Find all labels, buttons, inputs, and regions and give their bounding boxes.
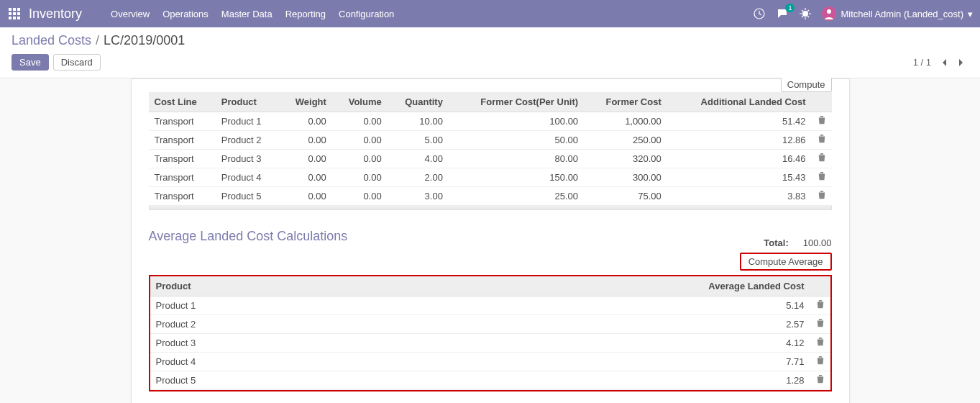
cell-product[interactable]: Product 4 xyxy=(216,168,280,187)
trash-icon[interactable] xyxy=(812,112,832,131)
cell-cost-line[interactable]: Transport xyxy=(149,150,216,168)
cell-avg[interactable]: 1.28 xyxy=(373,371,810,390)
cell-cost-line[interactable]: Transport xyxy=(149,187,216,206)
cell-quantity[interactable]: 3.00 xyxy=(388,187,449,206)
cell-product[interactable]: Product 2 xyxy=(150,315,373,334)
cell-volume[interactable]: 0.00 xyxy=(332,187,388,206)
col-delete xyxy=(812,92,832,112)
cell-weight[interactable]: 0.00 xyxy=(280,150,332,168)
cell-quantity[interactable]: 2.00 xyxy=(388,168,449,187)
nav-right: 1 Mitchell Admin (Landed_cost) ▾ xyxy=(753,6,973,21)
cell-former-cost[interactable]: 320.00 xyxy=(584,150,667,168)
cell-avg[interactable]: 4.12 xyxy=(373,334,810,353)
table-row[interactable]: Product 34.12 xyxy=(150,334,830,353)
cell-former-cost[interactable]: 75.00 xyxy=(584,187,667,206)
table-row[interactable]: TransportProduct 50.000.003.0025.0075.00… xyxy=(149,187,832,206)
col-additional: Additional Landed Cost xyxy=(667,92,812,112)
cell-product[interactable]: Product 1 xyxy=(216,112,280,131)
cell-former-cost-unit[interactable]: 50.00 xyxy=(449,131,584,150)
table-row[interactable]: Product 47.71 xyxy=(150,353,830,371)
cell-former-cost[interactable]: 250.00 xyxy=(584,131,667,150)
trash-icon[interactable] xyxy=(810,296,830,315)
discard-button[interactable]: Discard xyxy=(53,54,101,71)
cell-weight[interactable]: 0.00 xyxy=(280,131,332,150)
cell-product[interactable]: Product 5 xyxy=(150,371,373,390)
cell-former-cost-unit[interactable]: 100.00 xyxy=(449,112,584,131)
trash-icon[interactable] xyxy=(812,131,832,150)
table-row[interactable]: Product 15.14 xyxy=(150,296,830,315)
discuss-icon[interactable]: 1 xyxy=(776,7,789,20)
pager: 1 / 1 xyxy=(913,55,968,71)
table-row[interactable]: TransportProduct 20.000.005.0050.00250.0… xyxy=(149,131,832,150)
compute-average-button[interactable]: Compute Average xyxy=(740,253,832,271)
cell-former-cost-unit[interactable]: 80.00 xyxy=(449,150,584,168)
breadcrumb-current: LC/2019/0001 xyxy=(104,33,185,48)
cell-quantity[interactable]: 10.00 xyxy=(388,112,449,131)
nav-item-overview[interactable]: Overview xyxy=(111,9,150,19)
section-title: Average Landed Cost Calculations xyxy=(149,229,348,244)
cell-volume[interactable]: 0.00 xyxy=(332,168,388,187)
cell-additional[interactable]: 51.42 xyxy=(667,112,812,131)
nav-item-master-data[interactable]: Master Data xyxy=(221,9,273,19)
cell-additional[interactable]: 12.86 xyxy=(667,131,812,150)
trash-icon[interactable] xyxy=(810,315,830,334)
table-row[interactable]: TransportProduct 30.000.004.0080.00320.0… xyxy=(149,150,832,168)
cell-weight[interactable]: 0.00 xyxy=(280,187,332,206)
cell-additional[interactable]: 3.83 xyxy=(667,187,812,206)
cell-avg[interactable]: 5.14 xyxy=(373,296,810,315)
cell-avg[interactable]: 7.71 xyxy=(373,353,810,371)
nav-item-reporting[interactable]: Reporting xyxy=(285,9,326,19)
table-row[interactable]: TransportProduct 40.000.002.00150.00300.… xyxy=(149,168,832,187)
trash-icon[interactable] xyxy=(810,334,830,353)
save-button[interactable]: Save xyxy=(12,54,49,71)
activity-icon[interactable] xyxy=(753,7,766,20)
cell-former-cost-unit[interactable]: 25.00 xyxy=(449,187,584,206)
col-former-cost-unit: Former Cost(Per Unit) xyxy=(449,92,584,112)
trash-icon[interactable] xyxy=(810,353,830,371)
trash-icon[interactable] xyxy=(812,150,832,168)
breadcrumb: Landed Costs / LC/2019/0001 xyxy=(12,33,968,48)
cell-weight[interactable]: 0.00 xyxy=(280,112,332,131)
nav-item-configuration[interactable]: Configuration xyxy=(339,9,394,19)
cell-quantity[interactable]: 5.00 xyxy=(388,131,449,150)
cell-product[interactable]: Product 1 xyxy=(150,296,373,315)
trash-icon[interactable] xyxy=(812,168,832,187)
total-box: Total: 100.00 xyxy=(764,237,831,248)
avg-col-product: Product xyxy=(150,276,373,296)
app-brand[interactable]: Inventory xyxy=(29,6,82,22)
cell-additional[interactable]: 16.46 xyxy=(667,150,812,168)
table-row[interactable]: Product 51.28 xyxy=(150,371,830,390)
cell-additional[interactable]: 15.43 xyxy=(667,168,812,187)
cell-volume[interactable]: 0.00 xyxy=(332,150,388,168)
trash-icon[interactable] xyxy=(812,187,832,206)
trash-icon[interactable] xyxy=(810,371,830,390)
cell-cost-line[interactable]: Transport xyxy=(149,112,216,131)
cell-product[interactable]: Product 3 xyxy=(150,334,373,353)
apps-icon[interactable] xyxy=(7,6,22,21)
compute-button[interactable]: Compute xyxy=(781,78,832,92)
cell-product[interactable]: Product 4 xyxy=(150,353,373,371)
nav-menu: Overview Operations Master Data Reportin… xyxy=(111,9,394,19)
cell-cost-line[interactable]: Transport xyxy=(149,131,216,150)
cell-product[interactable]: Product 2 xyxy=(216,131,280,150)
nav-item-operations[interactable]: Operations xyxy=(162,9,209,19)
breadcrumb-parent[interactable]: Landed Costs xyxy=(12,33,91,48)
main-navbar: Inventory Overview Operations Master Dat… xyxy=(0,0,980,27)
debug-icon[interactable] xyxy=(799,7,812,20)
cell-volume[interactable]: 0.00 xyxy=(332,112,388,131)
cell-weight[interactable]: 0.00 xyxy=(280,168,332,187)
cell-former-cost[interactable]: 1,000.00 xyxy=(584,112,667,131)
table-row[interactable]: Product 22.57 xyxy=(150,315,830,334)
cell-quantity[interactable]: 4.00 xyxy=(388,150,449,168)
pager-next-icon[interactable] xyxy=(953,55,968,71)
cell-avg[interactable]: 2.57 xyxy=(373,315,810,334)
cell-cost-line[interactable]: Transport xyxy=(149,168,216,187)
cell-former-cost-unit[interactable]: 150.00 xyxy=(449,168,584,187)
table-row[interactable]: TransportProduct 10.000.0010.00100.001,0… xyxy=(149,112,832,131)
user-menu[interactable]: Mitchell Admin (Landed_cost) ▾ xyxy=(822,6,973,21)
cell-product[interactable]: Product 5 xyxy=(216,187,280,206)
cell-former-cost[interactable]: 300.00 xyxy=(584,168,667,187)
pager-prev-icon[interactable] xyxy=(937,55,953,71)
cell-volume[interactable]: 0.00 xyxy=(332,131,388,150)
cell-product[interactable]: Product 3 xyxy=(216,150,280,168)
